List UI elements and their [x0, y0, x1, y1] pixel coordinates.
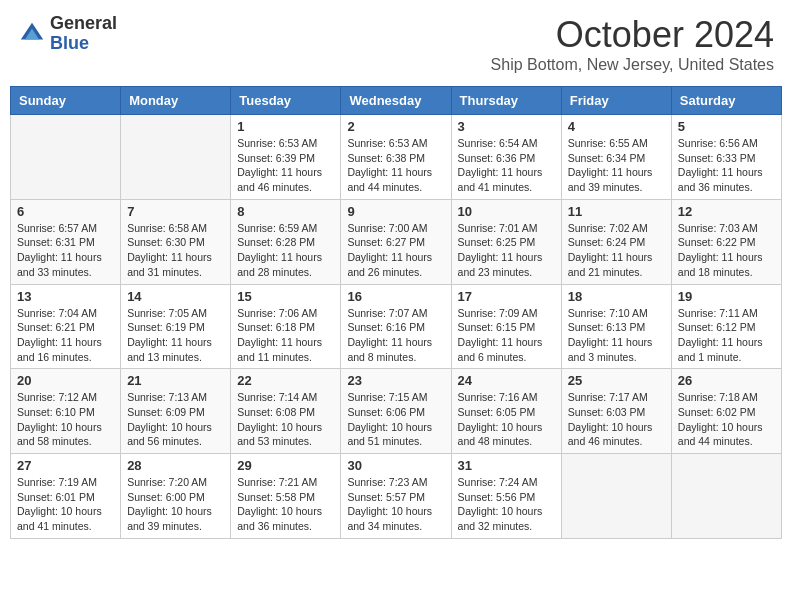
- month-title: October 2024: [491, 14, 774, 56]
- day-number: 23: [347, 373, 444, 388]
- calendar-cell: [561, 454, 671, 539]
- day-info: Sunrise: 6:55 AM Sunset: 6:34 PM Dayligh…: [568, 136, 665, 195]
- day-info: Sunrise: 7:15 AM Sunset: 6:06 PM Dayligh…: [347, 390, 444, 449]
- day-info: Sunrise: 7:03 AM Sunset: 6:22 PM Dayligh…: [678, 221, 775, 280]
- day-info: Sunrise: 7:18 AM Sunset: 6:02 PM Dayligh…: [678, 390, 775, 449]
- day-header-wednesday: Wednesday: [341, 87, 451, 115]
- calendar-week-4: 20 Sunrise: 7:12 AM Sunset: 6:10 PM Dayl…: [11, 369, 782, 454]
- calendar-cell: 26 Sunrise: 7:18 AM Sunset: 6:02 PM Dayl…: [671, 369, 781, 454]
- day-number: 1: [237, 119, 334, 134]
- day-header-sunday: Sunday: [11, 87, 121, 115]
- day-info: Sunrise: 6:57 AM Sunset: 6:31 PM Dayligh…: [17, 221, 114, 280]
- day-number: 4: [568, 119, 665, 134]
- calendar-cell: 25 Sunrise: 7:17 AM Sunset: 6:03 PM Dayl…: [561, 369, 671, 454]
- calendar-cell: [121, 115, 231, 200]
- day-number: 22: [237, 373, 334, 388]
- calendar-cell: 21 Sunrise: 7:13 AM Sunset: 6:09 PM Dayl…: [121, 369, 231, 454]
- logo-icon: [18, 20, 46, 48]
- day-number: 25: [568, 373, 665, 388]
- calendar-cell: 9 Sunrise: 7:00 AM Sunset: 6:27 PM Dayli…: [341, 199, 451, 284]
- calendar-cell: 8 Sunrise: 6:59 AM Sunset: 6:28 PM Dayli…: [231, 199, 341, 284]
- day-info: Sunrise: 6:58 AM Sunset: 6:30 PM Dayligh…: [127, 221, 224, 280]
- day-info: Sunrise: 7:24 AM Sunset: 5:56 PM Dayligh…: [458, 475, 555, 534]
- day-info: Sunrise: 7:13 AM Sunset: 6:09 PM Dayligh…: [127, 390, 224, 449]
- calendar-cell: 17 Sunrise: 7:09 AM Sunset: 6:15 PM Dayl…: [451, 284, 561, 369]
- day-header-friday: Friday: [561, 87, 671, 115]
- calendar-cell: 18 Sunrise: 7:10 AM Sunset: 6:13 PM Dayl…: [561, 284, 671, 369]
- day-info: Sunrise: 6:56 AM Sunset: 6:33 PM Dayligh…: [678, 136, 775, 195]
- calendar-cell: 20 Sunrise: 7:12 AM Sunset: 6:10 PM Dayl…: [11, 369, 121, 454]
- day-info: Sunrise: 7:14 AM Sunset: 6:08 PM Dayligh…: [237, 390, 334, 449]
- day-info: Sunrise: 7:06 AM Sunset: 6:18 PM Dayligh…: [237, 306, 334, 365]
- calendar-cell: 23 Sunrise: 7:15 AM Sunset: 6:06 PM Dayl…: [341, 369, 451, 454]
- day-number: 7: [127, 204, 224, 219]
- calendar-cell: 13 Sunrise: 7:04 AM Sunset: 6:21 PM Dayl…: [11, 284, 121, 369]
- day-number: 10: [458, 204, 555, 219]
- day-info: Sunrise: 7:10 AM Sunset: 6:13 PM Dayligh…: [568, 306, 665, 365]
- day-number: 21: [127, 373, 224, 388]
- calendar-cell: 4 Sunrise: 6:55 AM Sunset: 6:34 PM Dayli…: [561, 115, 671, 200]
- day-number: 20: [17, 373, 114, 388]
- day-info: Sunrise: 7:00 AM Sunset: 6:27 PM Dayligh…: [347, 221, 444, 280]
- calendar-cell: 2 Sunrise: 6:53 AM Sunset: 6:38 PM Dayli…: [341, 115, 451, 200]
- day-number: 12: [678, 204, 775, 219]
- day-number: 16: [347, 289, 444, 304]
- day-number: 27: [17, 458, 114, 473]
- day-info: Sunrise: 7:04 AM Sunset: 6:21 PM Dayligh…: [17, 306, 114, 365]
- day-number: 26: [678, 373, 775, 388]
- calendar-cell: [11, 115, 121, 200]
- calendar-week-2: 6 Sunrise: 6:57 AM Sunset: 6:31 PM Dayli…: [11, 199, 782, 284]
- calendar-week-5: 27 Sunrise: 7:19 AM Sunset: 6:01 PM Dayl…: [11, 454, 782, 539]
- day-number: 13: [17, 289, 114, 304]
- day-number: 17: [458, 289, 555, 304]
- calendar-cell: 22 Sunrise: 7:14 AM Sunset: 6:08 PM Dayl…: [231, 369, 341, 454]
- calendar-week-1: 1 Sunrise: 6:53 AM Sunset: 6:39 PM Dayli…: [11, 115, 782, 200]
- day-number: 19: [678, 289, 775, 304]
- day-number: 5: [678, 119, 775, 134]
- day-number: 8: [237, 204, 334, 219]
- calendar-cell: 27 Sunrise: 7:19 AM Sunset: 6:01 PM Dayl…: [11, 454, 121, 539]
- day-number: 11: [568, 204, 665, 219]
- calendar-cell: 11 Sunrise: 7:02 AM Sunset: 6:24 PM Dayl…: [561, 199, 671, 284]
- day-info: Sunrise: 7:16 AM Sunset: 6:05 PM Dayligh…: [458, 390, 555, 449]
- day-info: Sunrise: 7:23 AM Sunset: 5:57 PM Dayligh…: [347, 475, 444, 534]
- day-info: Sunrise: 7:07 AM Sunset: 6:16 PM Dayligh…: [347, 306, 444, 365]
- day-info: Sunrise: 7:11 AM Sunset: 6:12 PM Dayligh…: [678, 306, 775, 365]
- day-number: 28: [127, 458, 224, 473]
- day-number: 6: [17, 204, 114, 219]
- day-number: 24: [458, 373, 555, 388]
- day-number: 15: [237, 289, 334, 304]
- page-header: General Blue October 2024 Ship Bottom, N…: [10, 10, 782, 78]
- day-info: Sunrise: 7:19 AM Sunset: 6:01 PM Dayligh…: [17, 475, 114, 534]
- calendar-cell: 12 Sunrise: 7:03 AM Sunset: 6:22 PM Dayl…: [671, 199, 781, 284]
- calendar-week-3: 13 Sunrise: 7:04 AM Sunset: 6:21 PM Dayl…: [11, 284, 782, 369]
- calendar-cell: 5 Sunrise: 6:56 AM Sunset: 6:33 PM Dayli…: [671, 115, 781, 200]
- calendar-cell: 10 Sunrise: 7:01 AM Sunset: 6:25 PM Dayl…: [451, 199, 561, 284]
- day-number: 30: [347, 458, 444, 473]
- calendar-cell: 30 Sunrise: 7:23 AM Sunset: 5:57 PM Dayl…: [341, 454, 451, 539]
- day-number: 18: [568, 289, 665, 304]
- day-number: 2: [347, 119, 444, 134]
- day-info: Sunrise: 7:01 AM Sunset: 6:25 PM Dayligh…: [458, 221, 555, 280]
- calendar-cell: 1 Sunrise: 6:53 AM Sunset: 6:39 PM Dayli…: [231, 115, 341, 200]
- day-info: Sunrise: 6:59 AM Sunset: 6:28 PM Dayligh…: [237, 221, 334, 280]
- calendar-cell: 7 Sunrise: 6:58 AM Sunset: 6:30 PM Dayli…: [121, 199, 231, 284]
- day-header-monday: Monday: [121, 87, 231, 115]
- logo-general-text: General: [50, 14, 117, 34]
- day-info: Sunrise: 7:12 AM Sunset: 6:10 PM Dayligh…: [17, 390, 114, 449]
- day-info: Sunrise: 7:17 AM Sunset: 6:03 PM Dayligh…: [568, 390, 665, 449]
- logo: General Blue: [18, 14, 117, 54]
- calendar-cell: [671, 454, 781, 539]
- calendar-cell: 15 Sunrise: 7:06 AM Sunset: 6:18 PM Dayl…: [231, 284, 341, 369]
- day-number: 14: [127, 289, 224, 304]
- day-info: Sunrise: 6:54 AM Sunset: 6:36 PM Dayligh…: [458, 136, 555, 195]
- calendar-cell: 31 Sunrise: 7:24 AM Sunset: 5:56 PM Dayl…: [451, 454, 561, 539]
- day-number: 29: [237, 458, 334, 473]
- day-info: Sunrise: 7:05 AM Sunset: 6:19 PM Dayligh…: [127, 306, 224, 365]
- day-header-thursday: Thursday: [451, 87, 561, 115]
- logo-blue-text: Blue: [50, 34, 117, 54]
- day-header-tuesday: Tuesday: [231, 87, 341, 115]
- calendar-cell: 29 Sunrise: 7:21 AM Sunset: 5:58 PM Dayl…: [231, 454, 341, 539]
- calendar-cell: 19 Sunrise: 7:11 AM Sunset: 6:12 PM Dayl…: [671, 284, 781, 369]
- logo-text: General Blue: [50, 14, 117, 54]
